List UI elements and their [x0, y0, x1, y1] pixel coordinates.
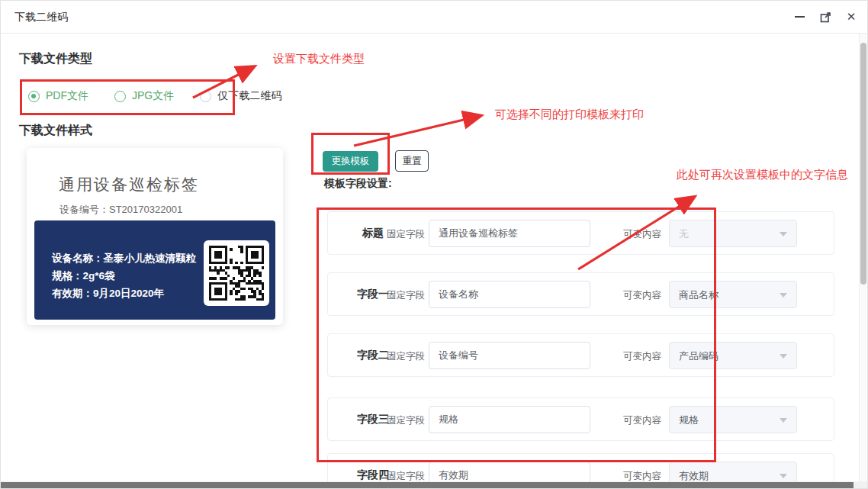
- field-row: 字段二 固定字段 可变内容 产品编码: [327, 333, 834, 377]
- preview-device-number: 设备编号：ST20170322001: [59, 203, 182, 217]
- file-type-radio-group: PDF文件JPG文件仅下载二维码: [28, 89, 281, 103]
- window-controls: ✕: [792, 8, 858, 25]
- dialog-header: 下载二维码 ✕: [1, 1, 868, 34]
- maximize-icon[interactable]: [818, 8, 832, 25]
- radio-option-0[interactable]: PDF文件: [28, 89, 88, 103]
- field-row: 字段三 固定字段 可变内容 规格: [327, 397, 834, 441]
- change-template-button[interactable]: 更换模板: [323, 151, 378, 172]
- fixed-field-label: 固定字段: [387, 228, 425, 241]
- radio-circle: [200, 91, 211, 102]
- variable-content-value: 商品名称: [679, 288, 719, 302]
- radio-option-2[interactable]: 仅下载二维码: [200, 89, 281, 103]
- close-icon[interactable]: ✕: [844, 8, 858, 25]
- variable-content-select[interactable]: 规格: [669, 406, 797, 433]
- annotation-text-fields: 此处可再次设置模板中的文字信息: [677, 168, 848, 182]
- variable-content-value: 产品编码: [679, 349, 719, 363]
- fixed-field-input[interactable]: [429, 406, 590, 433]
- file-type-heading: 下载文件类型: [19, 51, 92, 67]
- radio-label: PDF文件: [46, 89, 88, 103]
- fixed-field-input[interactable]: [429, 342, 590, 369]
- variable-content-label: 可变内容: [623, 350, 661, 363]
- fixed-field-label: 固定字段: [387, 414, 425, 427]
- variable-content-label: 可变内容: [623, 228, 661, 241]
- label-line-device-name: 设备名称：圣泰小儿热速清颗粒: [52, 252, 196, 265]
- radio-circle: [28, 91, 40, 102]
- variable-content-label: 可变内容: [623, 289, 661, 302]
- fixed-field-label: 固定字段: [387, 350, 425, 363]
- reset-button[interactable]: 重置: [395, 150, 429, 172]
- chevron-down-icon: [780, 474, 787, 478]
- variable-content-select[interactable]: 商品名称: [669, 281, 797, 308]
- label-preview-card: 通用设备巡检标签 设备编号：ST20170322001 设备名称：圣泰小儿热速清…: [27, 148, 283, 325]
- minimize-icon[interactable]: [792, 8, 806, 25]
- variable-content-select[interactable]: 产品编码: [669, 342, 797, 369]
- annotation-text-file-type: 设置下载文件类型: [273, 52, 365, 66]
- download-qrcode-dialog: 下载二维码 ✕ 下载文件类型 PDF文件JPG文件仅下载二维码 下载文件样式 通…: [0, 0, 868, 489]
- variable-content-value: 规格: [679, 413, 699, 427]
- chevron-down-icon: [780, 293, 787, 298]
- qr-code: [204, 240, 269, 306]
- fixed-field-input[interactable]: [429, 281, 590, 308]
- variable-content-label: 可变内容: [623, 414, 661, 427]
- field-row: 标题 固定字段 可变内容 无: [327, 211, 834, 255]
- fixed-field-label: 固定字段: [387, 289, 425, 302]
- template-fields-heading: 模板字段设置:: [324, 177, 392, 191]
- chevron-down-icon: [780, 418, 787, 423]
- annotation-arrow-2: [354, 116, 480, 146]
- field-row: 字段一 固定字段 可变内容 商品名称: [327, 272, 834, 316]
- dialog-title: 下载二维码: [14, 11, 68, 24]
- variable-content-select[interactable]: 无: [669, 220, 797, 247]
- chevron-down-icon: [780, 232, 787, 236]
- file-style-heading: 下载文件样式: [19, 123, 92, 139]
- horizontal-scrollbar[interactable]: [1, 481, 868, 489]
- label-line-spec: 规格：2g*6袋: [52, 269, 115, 283]
- radio-option-1[interactable]: JPG文件: [114, 89, 174, 103]
- variable-content-value: 无: [679, 227, 689, 241]
- annotation-text-template: 可选择不同的打印模板来打印: [495, 108, 644, 122]
- radio-circle: [114, 91, 126, 102]
- vertical-scrollbar[interactable]: [859, 34, 867, 481]
- radio-label: 仅下载二维码: [217, 89, 281, 103]
- label-preview-panel: 设备名称：圣泰小儿热速清颗粒 规格：2g*6袋 有效期：9月20日2020年: [34, 220, 275, 320]
- fixed-field-input[interactable]: [429, 220, 590, 247]
- label-line-expiry: 有效期：9月20日2020年: [52, 287, 164, 301]
- chevron-down-icon: [780, 354, 787, 359]
- vertical-scrollbar-thumb[interactable]: [860, 43, 866, 285]
- horizontal-scrollbar-thumb[interactable]: [1, 482, 854, 489]
- preview-title: 通用设备巡检标签: [59, 174, 199, 195]
- radio-label: JPG文件: [132, 89, 174, 103]
